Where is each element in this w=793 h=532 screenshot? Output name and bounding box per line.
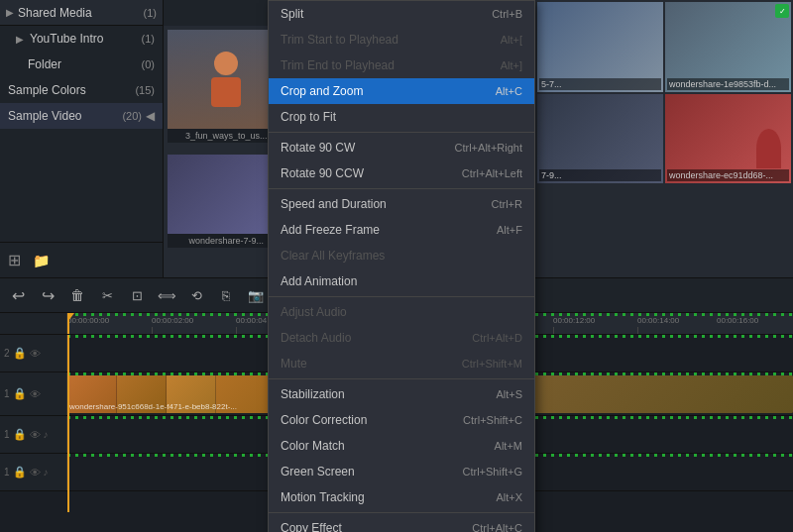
ruler-time-1: 00:00:02:00 [152,316,193,325]
menu-item-crop-zoom[interactable]: Crop and Zoom Alt+C [269,78,534,104]
menu-item-crop-fit[interactable]: Crop to Fit [269,104,534,130]
ruler-time-8: 00:00:16:00 [717,316,758,325]
menu-item-trim-start: Trim Start to Playhead Alt+[ [269,27,534,53]
tick-6 [553,327,554,334]
track-2-header: 2 🔒 👁 [0,335,67,372]
right-thumb-4[interactable]: wondershare-ec91dd68-... [665,94,791,184]
track-audio-2-lock-icon[interactable]: 🔒 [13,466,27,479]
tick-7 [637,327,638,334]
youtube-intro-count: (1) [142,33,155,45]
menu-item-green-screen[interactable]: Green Screen Ctrl+Shift+G [269,459,534,484]
speed-icon[interactable]: ⟺ [157,285,176,305]
sample-video-count: (20) [122,110,142,122]
separator-5 [269,512,534,513]
folder-label: Folder [28,57,61,71]
snapshot-icon[interactable]: 📷 [246,285,266,305]
track-lock-icon-2[interactable]: 🔒 [13,347,27,360]
right-thumb-1[interactable]: 5-7... [537,2,663,92]
track-audio-eye-icon[interactable]: 👁 [30,429,41,441]
menu-item-color-match[interactable]: Color Match Alt+M [269,433,534,459]
track-audio-lock-icon[interactable]: 🔒 [13,428,27,441]
redo-icon[interactable]: ↪ [38,285,57,305]
track-audio-2-header: 1 🔒 👁 ♪ [0,454,67,490]
shared-media-header: ▶ Shared Media (1) [0,0,163,26]
separator-2 [269,188,534,189]
separator-3 [269,296,534,297]
menu-item-copy-effect[interactable]: Copy Effect Ctrl+Alt+C [269,515,534,532]
menu-item-speed-duration[interactable]: Speed and Duration Ctrl+R [269,191,534,217]
undo-icon[interactable]: ↩ [8,285,28,305]
menu-item-mute: Mute Ctrl+Shift+M [269,351,534,376]
sample-video-label: Sample Video [8,109,82,123]
folder-icon[interactable]: 📁 [33,253,50,268]
sidebar-item-folder[interactable]: Folder (0) [0,52,163,77]
menu-item-motion-tracking[interactable]: Motion Tracking Alt+X [269,484,534,510]
sidebar-item-sample-colors[interactable]: Sample Colors (15) [0,77,163,103]
music-icon: ♪ [44,429,49,440]
track-audio-2-num: 1 [4,467,10,478]
sample-colors-count: (15) [135,84,155,96]
menu-item-rotate-ccw[interactable]: Rotate 90 CCW Ctrl+Alt+Left [269,160,534,186]
cut-icon[interactable]: ✂ [97,285,117,305]
menu-item-stabilization[interactable]: Stabilization Alt+S [269,381,534,407]
track-lock-icon-1[interactable]: 🔒 [13,387,27,400]
youtube-intro-label: YouTube Intro [30,32,104,46]
delete-icon[interactable]: 🗑 [67,285,87,305]
tick-1 [152,327,153,334]
ruler-time-7: 00:00:14:00 [637,316,679,325]
menu-item-freeze-frame[interactable]: Add Freeze Frame Alt+F [269,217,534,243]
menu-item-add-animation[interactable]: Add Animation [269,268,534,294]
tick-2 [236,327,237,334]
import-icon[interactable]: ⊞ [8,251,21,269]
sidebar-item-sample-video[interactable]: Sample Video (20) ◀ [0,103,163,129]
ruler-time-0: 00:00:00:00 [67,316,109,325]
ruler-time-6: 00:00:12:00 [553,316,595,325]
track-audio-1-num: 1 [4,429,10,440]
left-panel: ▶ Shared Media (1) ▶ YouTube Intro (1) F… [0,0,164,277]
right-thumbnails: 5-7... ✓ wondershare-1e9853fb-d... 7-9..… [535,0,793,277]
copy-icon[interactable]: ⎘ [216,285,236,305]
separator-4 [269,378,534,379]
track-eye-icon-1[interactable]: 👁 [30,388,41,400]
menu-item-split[interactable]: Split Ctrl+B [269,1,534,27]
playhead-ruler [67,313,69,334]
menu-item-detach-audio: Detach Audio Ctrl+Alt+D [269,325,534,351]
menu-item-adjust-audio: Adjust Audio [269,299,534,325]
shared-media-label: Shared Media [18,6,92,20]
folder-count: (0) [142,58,155,70]
crop-icon[interactable]: ⊡ [127,285,147,305]
track-audio-1-header: 1 🔒 👁 ♪ [0,416,67,453]
right-thumb-2[interactable]: ✓ wondershare-1e9853fb-d... [665,2,791,92]
right-thumb-3[interactable]: 7-9... [537,94,663,184]
menu-item-trim-end: Trim End to Playhead Alt+] [269,53,534,78]
rotate-icon[interactable]: ⟲ [186,285,206,305]
music-icon-2: ♪ [44,467,49,478]
track-1-header: 1 🔒 👁 [0,372,67,415]
menu-item-color-correction[interactable]: Color Correction Ctrl+Shift+C [269,407,534,433]
track-audio-2-eye-icon[interactable]: 👁 [30,467,41,479]
menu-item-rotate-cw[interactable]: Rotate 90 CW Ctrl+Alt+Right [269,135,534,160]
sample-colors-label: Sample Colors [8,83,86,97]
track-1-num: 1 [4,388,10,399]
sidebar-item-youtube-intro[interactable]: ▶ YouTube Intro (1) [0,26,163,52]
track-eye-icon-2[interactable]: 👁 [30,348,41,360]
ruler-left-spacer [0,313,67,334]
separator-1 [269,132,534,133]
menu-item-clear-keyframes: Clear All Keyframes [269,243,534,268]
track-2-num: 2 [4,348,10,359]
shared-media-count: (1) [144,7,157,19]
context-menu: Split Ctrl+B Trim Start to Playhead Alt+… [268,0,535,532]
